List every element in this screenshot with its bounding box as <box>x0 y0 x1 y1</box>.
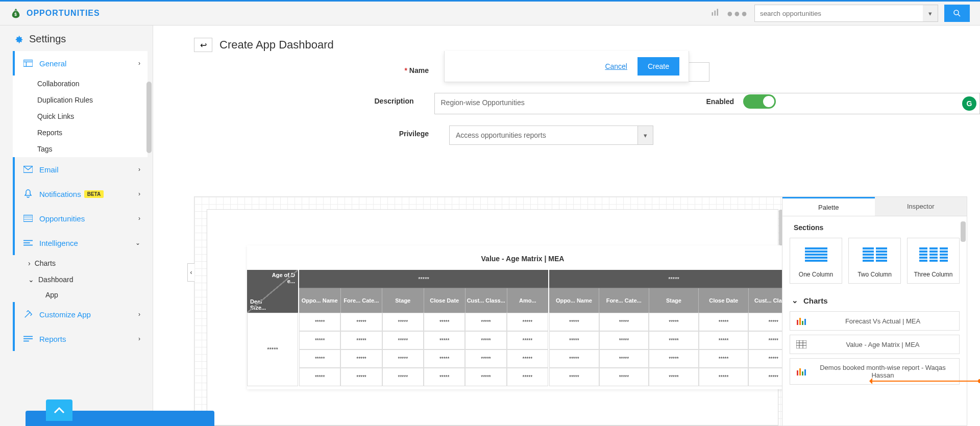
data-cell: ***** <box>507 349 548 368</box>
sidebar-item-email[interactable]: Email › <box>13 157 148 182</box>
data-cell: ***** <box>599 313 649 331</box>
chart-widget[interactable]: Value - Age Matrix | MEA Age of D e... D… <box>247 245 798 389</box>
data-cell: ***** <box>699 349 749 368</box>
data-cell: ***** <box>465 368 506 386</box>
sidebar-sub-duplication[interactable]: Duplication Rules <box>13 92 148 108</box>
sidebar-item-intelligence[interactable]: Intelligence ⌄ <box>13 231 148 255</box>
settings-label: Settings <box>29 33 66 45</box>
sidebar-item-reports[interactable]: Reports › <box>13 327 148 351</box>
col-group-header: ***** <box>299 270 548 288</box>
col-header: Oppo... Name <box>299 288 340 313</box>
search-dropdown[interactable]: ▾ <box>923 5 938 22</box>
create-button[interactable]: Create <box>638 57 679 76</box>
expand-arrow-button[interactable] <box>46 399 72 421</box>
palette-panel: Palette Inspector Sections One Column <box>782 197 967 425</box>
tools-icon <box>22 310 34 319</box>
svg-line-5 <box>958 14 960 16</box>
privilege-select[interactable]: Access opportunities reports ▾ <box>449 126 653 145</box>
tab-inspector[interactable]: Inspector <box>875 197 967 216</box>
svg-rect-20 <box>799 318 801 325</box>
cancel-link[interactable]: Cancel <box>605 62 627 70</box>
chevron-down-icon: ⌄ <box>135 239 140 246</box>
col-header: Stage <box>382 288 424 313</box>
data-cell: ***** <box>699 313 749 331</box>
sidebar-item-opportunities[interactable]: Opportunities › <box>13 206 148 231</box>
sidebar-sub-tags[interactable]: Tags <box>13 141 148 157</box>
layout-icon <box>22 215 34 222</box>
design-canvas: ‹ Value - Age Matrix | MEA Age of D e...… <box>194 196 967 426</box>
grammarly-icon[interactable]: G <box>962 96 976 111</box>
sidebar-intel-dashboard-app[interactable]: App <box>13 288 148 302</box>
charts-section-header[interactable]: ⌄ Charts <box>792 296 960 305</box>
data-cell: ***** <box>465 349 506 368</box>
data-cell: ***** <box>549 313 599 331</box>
sidebar-item-label: Customize App <box>39 310 91 319</box>
col-header: Amo... <box>507 288 549 313</box>
sidebar-intel-charts[interactable]: ›Charts <box>13 255 148 271</box>
lines-icon <box>22 239 34 246</box>
chevron-down-icon: ⌄ <box>792 296 798 305</box>
chevron-right-icon: › <box>138 215 140 222</box>
chevron-right-icon: › <box>138 60 140 67</box>
data-cell: ***** <box>299 331 340 349</box>
data-cell: ***** <box>599 368 649 386</box>
chart-item-matrix[interactable]: Value - Age Matrix | MEA <box>790 335 960 354</box>
more-icon[interactable]: ●●● <box>727 8 748 19</box>
moneybag-icon: $ <box>10 8 21 19</box>
col-group-header: ***** <box>549 270 798 288</box>
beta-badge: BETA <box>84 190 104 198</box>
data-cell: ***** <box>382 368 424 386</box>
sections-title: Sections <box>790 223 960 232</box>
data-cell: ***** <box>549 331 599 349</box>
module-icon <box>22 60 34 67</box>
main-area: Cancel Create ↩ Create App Dashboard *Na… <box>153 26 980 426</box>
layout-three-column[interactable]: Three Column <box>907 238 960 284</box>
data-cell: ***** <box>424 313 465 331</box>
data-cell: ***** <box>549 368 599 386</box>
collapse-handle[interactable]: ‹ <box>187 263 194 282</box>
sidebar-intel-dashboard[interactable]: ⌄Dashboard <box>13 271 148 288</box>
dashboard-canvas[interactable]: Value - Age Matrix | MEA Age of D e... D… <box>207 209 778 425</box>
tab-palette[interactable]: Palette <box>782 197 875 216</box>
name-label: *Name <box>327 62 449 74</box>
data-cell: ***** <box>424 349 465 368</box>
svg-rect-23 <box>796 340 806 348</box>
search-button[interactable] <box>944 5 970 22</box>
chart-icon[interactable] <box>710 7 721 20</box>
layout-one-column[interactable]: One Column <box>790 238 842 284</box>
chart-item-forecast[interactable]: Forecast Vs Actual | MEA <box>790 311 960 331</box>
sidebar-sub-reports[interactable]: Reports <box>13 124 148 141</box>
chevron-right-icon: › <box>138 190 140 197</box>
layout-two-column[interactable]: Two Column <box>848 238 901 284</box>
enabled-toggle[interactable] <box>743 94 776 109</box>
search-input[interactable] <box>754 5 923 22</box>
sidebar-sub-quicklinks[interactable]: Quick Links <box>13 108 148 124</box>
matrix-corner: Age of D e... Deal Size... <box>247 270 298 313</box>
data-cell: ***** <box>699 368 749 386</box>
scrollbar-thumb[interactable] <box>146 82 152 153</box>
data-cell: ***** <box>340 368 382 386</box>
sidebar-item-customize[interactable]: Customize App › <box>13 302 148 327</box>
data-cell: ***** <box>382 331 424 349</box>
sidebar-sub-collaboration[interactable]: Collaboration <box>13 76 148 92</box>
sidebar-item-notifications[interactable]: Notifications BETA › <box>13 182 148 206</box>
svg-rect-30 <box>802 371 803 375</box>
data-cell: ***** <box>549 349 599 368</box>
svg-rect-1 <box>712 12 713 16</box>
row-header: ***** <box>247 313 298 386</box>
data-cell: ***** <box>340 349 382 368</box>
palette-scrollbar[interactable] <box>961 221 966 242</box>
enabled-label: Enabled <box>706 97 734 106</box>
data-cell: ***** <box>699 331 749 349</box>
grid-icon <box>796 340 806 348</box>
svg-point-4 <box>954 10 959 15</box>
toggle-knob <box>763 96 774 107</box>
svg-rect-10 <box>23 215 33 222</box>
sidebar-item-label: Email <box>39 165 59 174</box>
svg-rect-6 <box>23 60 33 67</box>
back-button[interactable]: ↩ <box>194 38 212 52</box>
data-cell: ***** <box>299 313 340 331</box>
data-cell: ***** <box>340 331 382 349</box>
sidebar-item-general[interactable]: General › <box>13 51 148 76</box>
col-header: Fore... Cate... <box>340 288 382 313</box>
